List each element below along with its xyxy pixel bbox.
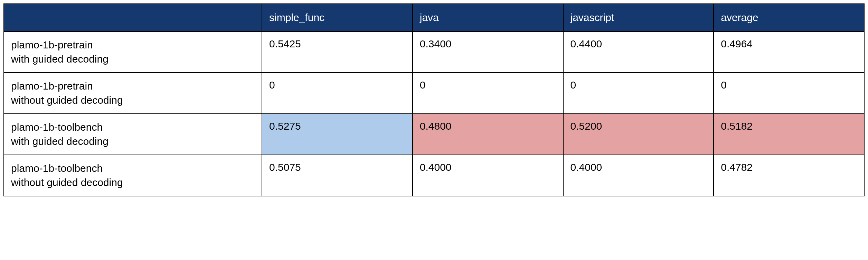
cell-value: 0.5075	[262, 155, 413, 196]
cell-value: 0.5200	[563, 114, 714, 155]
header-simple-func: simple_func	[262, 4, 413, 31]
cell-value: 0.5182	[714, 114, 864, 155]
row-label: plamo-1b-toolbench without guided decodi…	[4, 155, 262, 196]
header-empty	[4, 4, 262, 31]
table-body: plamo-1b-pretrain with guided decoding0.…	[4, 31, 864, 196]
cell-value: 0.4400	[563, 31, 714, 73]
cell-value: 0.4964	[714, 31, 864, 73]
header-java: java	[413, 4, 563, 31]
table-header-row: simple_func java javascript average	[4, 4, 864, 31]
benchmark-table: simple_func java javascript average plam…	[3, 3, 865, 196]
header-javascript: javascript	[563, 4, 714, 31]
table-row: plamo-1b-toolbench without guided decodi…	[4, 155, 864, 196]
cell-value: 0.5425	[262, 31, 413, 73]
cell-value: 0	[413, 73, 563, 114]
table-row: plamo-1b-toolbench with guided decoding0…	[4, 114, 864, 155]
cell-value: 0	[563, 73, 714, 114]
row-label: plamo-1b-toolbench with guided decoding	[4, 114, 262, 155]
table-row: plamo-1b-pretrain without guided decodin…	[4, 73, 864, 114]
cell-value: 0.4800	[413, 114, 563, 155]
cell-value: 0	[262, 73, 413, 114]
cell-value: 0.4782	[714, 155, 864, 196]
cell-value: 0.4000	[563, 155, 714, 196]
row-label: plamo-1b-pretrain with guided decoding	[4, 31, 262, 73]
cell-value: 0.4000	[413, 155, 563, 196]
header-average: average	[714, 4, 864, 31]
table-row: plamo-1b-pretrain with guided decoding0.…	[4, 31, 864, 73]
cell-value: 0	[714, 73, 864, 114]
row-label: plamo-1b-pretrain without guided decodin…	[4, 73, 262, 114]
cell-value: 0.5275	[262, 114, 413, 155]
cell-value: 0.3400	[413, 31, 563, 73]
